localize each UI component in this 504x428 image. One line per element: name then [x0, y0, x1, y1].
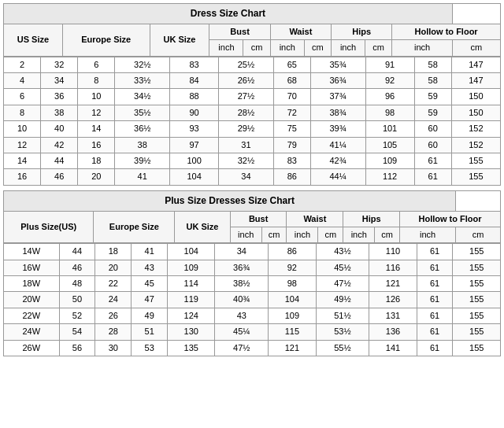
- table-row: 16W46204310936¾9245½11661155: [4, 260, 501, 275]
- dress-col-waist: Waist: [270, 24, 331, 39]
- dress-size-table: Dress Size Chart US Size Europe Size UK …: [3, 3, 501, 57]
- dress-rows-container: 232632½8325½6535¾9158147434833½8426½6836…: [3, 57, 501, 186]
- plus-htf-cm: cm: [456, 227, 501, 242]
- plus-rows-container: 14W441841104348643½1106115516W4620431093…: [3, 243, 501, 356]
- plus-waist-cm: cm: [318, 227, 343, 242]
- dress-col-uk: UK Size: [150, 24, 209, 56]
- table-row: 232632½8325½6535¾9158147: [4, 57, 501, 72]
- htf-cm-header: cm: [452, 40, 500, 56]
- size-chart-container: Dress Size Chart US Size Europe Size UK …: [0, 0, 504, 360]
- plus-col-htf: Hollow to Floor: [400, 211, 501, 227]
- plus-col-hips: Hips: [343, 211, 400, 227]
- plus-size-title: Plus Size Dresses Size Chart: [4, 190, 456, 211]
- plus-htf-inch: inch: [400, 227, 456, 242]
- plus-col-us: Plus Size(US): [4, 211, 94, 243]
- table-row: 18W48224511438½9847½12161155: [4, 276, 501, 292]
- table-row: 16462041104348644¼11261155: [4, 169, 501, 185]
- dress-size-title: Dress Size Chart: [4, 4, 453, 24]
- htf-inch-header: inch: [392, 40, 453, 56]
- dress-data-table: 232632½8325½6535¾9158147434833½8426½6836…: [3, 57, 501, 186]
- table-row: 20W50244711940¾10449½12661155: [4, 292, 501, 308]
- table-row: 8381235½9028½7238¾9859150: [4, 105, 501, 120]
- waist-inch-header: inch: [270, 40, 304, 56]
- table-row: 26W56305313547½12155½14161155: [4, 340, 501, 356]
- plus-hips-inch: inch: [343, 227, 375, 242]
- dress-col-hips: Hips: [331, 24, 391, 39]
- dress-col-us: US Size: [4, 24, 63, 56]
- hips-inch-header: inch: [331, 40, 365, 56]
- table-row: 1242163897317941¼10560152: [4, 137, 501, 153]
- table-row: 14W441841104348643½11061155: [4, 244, 501, 260]
- plus-hips-cm: cm: [375, 227, 400, 242]
- hips-cm-header: cm: [365, 40, 391, 56]
- plus-bust-inch: inch: [230, 227, 261, 242]
- table-row: 22W5226491244310951½13161155: [4, 308, 501, 323]
- table-row: 24W54285113045¼11553½13661155: [4, 324, 501, 340]
- dress-col-eu: Europe Size: [62, 24, 150, 56]
- plus-bust-cm: cm: [261, 227, 287, 242]
- table-row: 10401436½9329½7539¾10160152: [4, 121, 501, 137]
- dress-col-bust: Bust: [209, 24, 270, 39]
- table-row: 434833½8426½6836¾9258147: [4, 72, 501, 88]
- dress-col-htf: Hollow to Floor: [392, 24, 501, 39]
- table-row: 6361034½8827½7037¾9659150: [4, 89, 501, 105]
- plus-size-table: Plus Size Dresses Size Chart Plus Size(U…: [3, 190, 501, 244]
- plus-data-table: 14W441841104348643½1106115516W4620431093…: [3, 243, 501, 356]
- plus-col-waist: Waist: [287, 211, 343, 227]
- bust-cm-header: cm: [243, 40, 270, 56]
- table-row: 14441839½10032½8342¾10961155: [4, 153, 501, 168]
- plus-col-uk: UK Size: [175, 211, 230, 243]
- plus-col-eu: Europe Size: [94, 211, 175, 243]
- bust-inch-header: inch: [209, 40, 243, 56]
- plus-waist-inch: inch: [287, 227, 318, 242]
- plus-col-bust: Bust: [230, 211, 287, 227]
- waist-cm-header: cm: [304, 40, 331, 56]
